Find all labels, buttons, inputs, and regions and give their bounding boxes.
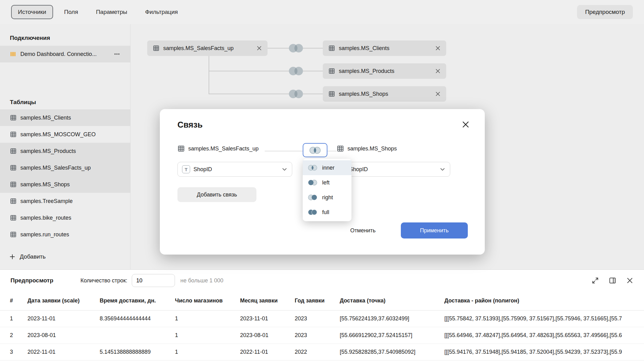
table-grid-icon: [153, 45, 160, 52]
preview-cell: 2023-08-01: [240, 332, 295, 339]
table-list-item[interactable]: samples.MS_Clients: [0, 109, 130, 126]
table-list-item[interactable]: samples.MS_MOSCOW_GEO: [0, 126, 130, 143]
chip-table-name: samples.MS_Shops: [339, 91, 388, 97]
add-table-label: Добавить: [20, 253, 46, 260]
expand-icon[interactable]: [592, 277, 599, 284]
table-grid-icon: [10, 131, 17, 138]
close-preview-icon[interactable]: [626, 277, 634, 284]
join-type-selector[interactable]: [303, 143, 327, 157]
join-option-inner[interactable]: inner: [303, 160, 351, 175]
preview-column-header: #: [10, 298, 27, 304]
chip-table-name: samples.MS_Clients: [339, 45, 389, 52]
join-option-label: inner: [322, 165, 334, 171]
cancel-button[interactable]: Отменить: [343, 222, 383, 238]
plus-icon: [9, 254, 15, 260]
tab-sources[interactable]: Источники: [11, 5, 53, 19]
preview-cell: 2023-11-01: [27, 315, 100, 322]
preview-cell: 1: [175, 349, 240, 355]
join-option-label: left: [322, 179, 330, 186]
connection-item[interactable]: Demo Dashboard. Connectio...: [0, 46, 130, 62]
table-grid-icon: [10, 198, 17, 205]
join-option-right[interactable]: right: [303, 190, 351, 205]
tab-bar: Источники Поля Параметры Фильтрация: [11, 5, 185, 19]
connector-line: [327, 151, 337, 151]
table-grid-icon: [10, 114, 17, 121]
preview-cell: [55.666912902,37.52415157]: [340, 332, 444, 339]
join-option-left[interactable]: left: [303, 175, 351, 190]
join-left-icon: [307, 179, 318, 186]
chevron-down-icon: [439, 166, 446, 172]
preview-table-header: # Дата заявки (scale) Время доставки, дн…: [0, 291, 644, 310]
apply-button[interactable]: Применить: [401, 222, 468, 238]
close-dialog-icon[interactable]: [461, 120, 470, 129]
canvas-joined-table-chip[interactable]: samples.MS_Products: [323, 63, 446, 79]
table-list-item[interactable]: samples.bike_routes: [0, 209, 130, 226]
remove-table-icon[interactable]: [256, 45, 262, 51]
preview-cell: 1: [175, 315, 240, 322]
canvas-joined-table-chip[interactable]: samples.MS_Shops: [323, 86, 446, 102]
join-inner-icon: [308, 146, 322, 154]
row-count-label: Количество строк:: [81, 277, 127, 284]
split-view-icon[interactable]: [609, 277, 616, 284]
preview-cell: [[[55.64946, 37.48247],[55.64954, 37.482…: [444, 332, 644, 339]
table-name: samples.MS_SalesFacts_up: [20, 165, 91, 171]
right-field-value: ShopID: [349, 166, 368, 173]
join-icon[interactable]: [287, 65, 305, 77]
table-list-item[interactable]: samples.MS_SalesFacts_up: [0, 159, 130, 176]
table-list-item[interactable]: samples.run_routes: [0, 226, 130, 243]
join-option-full[interactable]: full: [303, 205, 351, 220]
preview-table-row: 2 2023-08-01 1 2023-08-01 2023 [55.66691…: [0, 327, 644, 344]
remove-table-icon[interactable]: [435, 45, 441, 51]
table-name: samples.TreeSample: [20, 198, 73, 205]
table-grid-icon: [10, 214, 17, 221]
row-count-input[interactable]: [132, 274, 175, 287]
preview-cell: 2022-11-01: [27, 349, 100, 355]
join-icon[interactable]: [287, 43, 305, 54]
remove-table-icon[interactable]: [435, 68, 441, 74]
preview-panel: Предпросмотр Количество строк: не больше…: [0, 269, 644, 363]
join-icon[interactable]: [287, 88, 305, 99]
join-inner-icon: [307, 164, 318, 171]
table-grid-icon: [10, 164, 17, 171]
tab-fields[interactable]: Поля: [57, 5, 85, 19]
tab-parameters[interactable]: Параметры: [89, 5, 134, 19]
canvas-source-table-chip[interactable]: samples.MS_SalesFacts_up: [147, 40, 268, 56]
preview-header: Предпросмотр Количество строк: не больше…: [0, 270, 644, 291]
preview-column-header: Число магазинов: [175, 298, 240, 304]
table-list-item[interactable]: samples.MS_Products: [0, 143, 130, 159]
table-name: samples.MS_Clients: [20, 115, 71, 121]
add-table-button[interactable]: Добавить: [0, 248, 130, 265]
preview-cell: [[[55.94176, 37.51948],[55.94185, 37.520…: [444, 349, 644, 355]
string-type-icon: T: [182, 165, 190, 173]
table-grid-icon: [10, 231, 17, 238]
connection-menu-icon[interactable]: [114, 51, 120, 57]
chip-table-name: samples.MS_Products: [339, 68, 394, 74]
table-list-item[interactable]: samples.TreeSample: [0, 193, 130, 209]
table-grid-icon: [328, 91, 335, 97]
preview-column-header: Месяц заявки: [240, 298, 295, 304]
table-name: samples.run_routes: [20, 231, 69, 238]
canvas-joined-table-chip[interactable]: samples.MS_Clients: [323, 40, 446, 56]
remove-table-icon[interactable]: [435, 91, 441, 97]
preview-column-header: Доставка - район (полигон): [444, 298, 644, 304]
table-grid-icon: [10, 181, 17, 188]
left-field-select[interactable]: T ShopID: [177, 162, 292, 177]
table-list-item[interactable]: samples.MS_Shops: [0, 176, 130, 193]
preview-actions: [592, 277, 634, 284]
dialog-right-table: samples.MS_Shops: [337, 145, 397, 152]
add-link-button[interactable]: Добавить связь: [177, 187, 256, 202]
preview-cell: 8.356944444444444: [100, 315, 175, 322]
table-grid-icon: [10, 148, 17, 154]
connection-icon: [10, 51, 17, 57]
connector-line: [209, 56, 209, 94]
connections-section-title: Подключения: [0, 35, 130, 41]
preview-cell: 2023-08-01: [27, 332, 100, 339]
tables-section-title: Таблицы: [0, 99, 130, 106]
row-count-hint: не больше 1 000: [181, 277, 223, 284]
preview-toggle-button[interactable]: Предпросмотр: [577, 5, 633, 19]
top-bar: Источники Поля Параметры Фильтрация Пред…: [0, 0, 644, 24]
preview-table-row: 1 2023-11-01 8.356944444444444 1 2023-11…: [0, 310, 644, 327]
tab-filtering[interactable]: Фильтрация: [138, 5, 185, 19]
preview-cell: 2022: [295, 349, 340, 355]
chevron-down-icon: [281, 166, 288, 172]
